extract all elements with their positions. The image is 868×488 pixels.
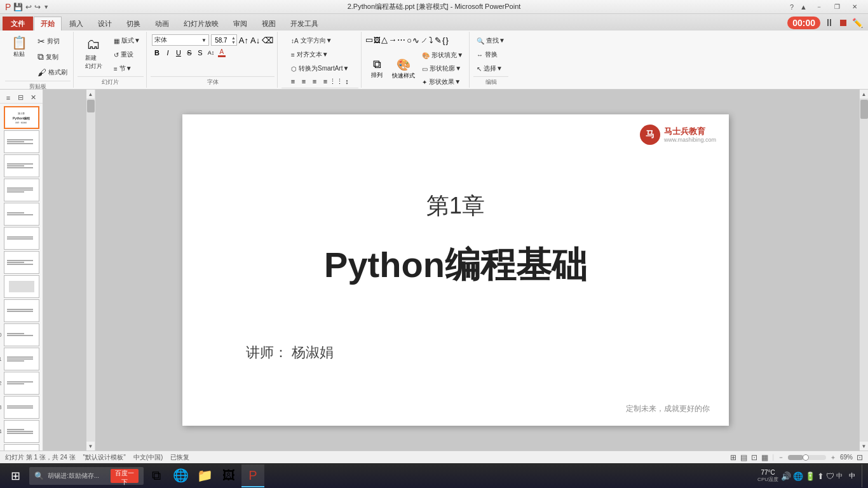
tray-keyboard-icon[interactable]: 中 [836,471,843,480]
tray-antivirus-icon[interactable]: 🛡 [826,471,834,481]
slide-thumb-6[interactable]: 6 [4,227,39,250]
tab-insert[interactable]: 插入 [62,17,90,30]
shape-oval-icon[interactable]: ○ [407,36,412,45]
slide-thumb-5[interactable]: 5 [4,203,39,226]
slide-thumb-4[interactable]: 4 [4,179,39,201]
slide-thumb-8[interactable]: 8 [4,275,39,298]
bold-button[interactable]: B [152,48,162,58]
fit-slide-icon[interactable]: ⊡ [857,453,863,462]
font-shrink-icon[interactable]: A↓ [250,36,260,45]
align-left-button[interactable]: ≡ [288,76,298,86]
shadow-button[interactable]: S [195,48,205,58]
minimize-button[interactable]: － [811,2,827,12]
slide-thumb-2[interactable]: 2 [4,130,39,153]
vscroll-thumb[interactable] [860,100,868,119]
slide-thumb-1[interactable]: 1 第1章 Python编程 讲师：杨淑娟 [4,106,39,129]
cut-button[interactable]: ✂ 剪切 [34,34,71,48]
char-spacing-button[interactable]: A↕ [206,48,216,58]
slide-canvas[interactable]: 马 马士兵教育 www.mashibing.com 第1章 Python编程基础… [182,114,729,426]
timer-stop-icon[interactable]: ⏹ [838,17,848,29]
panel-close-icon[interactable]: ✕ [31,93,36,102]
taskbar-app-powerpoint[interactable]: P [241,464,264,487]
shape-effects-button[interactable]: ✦ 形状效果▼ [419,76,466,88]
font-size-up[interactable]: ▲ [231,36,236,40]
restore-button[interactable]: ❐ [829,2,845,12]
font-size-input[interactable] [212,37,231,44]
scroll-thumb[interactable] [87,100,95,112]
tab-design[interactable]: 设计 [91,17,119,30]
shape-custom1-icon[interactable]: { [442,36,445,45]
quick-access-dropdown[interactable]: ▼ [43,4,49,10]
shape-freeform-icon[interactable]: ✎ [435,36,442,45]
scroll-down-btn[interactable]: ▼ [86,442,95,451]
slide-thumb-10[interactable]: 10 [4,323,39,346]
slide-main-title[interactable]: Python编程基础 [182,241,729,290]
align-text-button[interactable]: ≡ 对齐文本▼ [288,48,332,61]
slide-main[interactable]: ▲ ▼ 马 马士兵教育 www.mashibing.com 第1章 Python… [43,90,868,451]
replace-button[interactable]: ↔ 替换 [473,48,501,61]
columns-button[interactable]: ⋮⋮ [331,76,341,86]
taskbar-app-photos[interactable]: 🖼 [217,464,240,487]
font-grow-icon[interactable]: A↑ [239,36,248,45]
taskbar-clock[interactable]: 中 [845,471,859,480]
format-painter-button[interactable]: 🖌 格式刷 [34,65,71,79]
shape-pic-icon[interactable]: 🖼 [374,36,381,44]
shape-arrow-icon[interactable]: → [388,35,397,44]
save-icon[interactable]: 💾 [13,3,23,11]
panel-outline-icon[interactable]: ≡ [6,94,10,102]
find-button[interactable]: 🔍 查找▼ [473,34,508,47]
ribbon-toggle-icon[interactable]: ▲ [797,3,810,11]
shape-more-icon[interactable]: ⋯ [397,35,405,44]
taskbar-app-explorer[interactable]: 📁 [193,464,216,487]
font-color-button[interactable]: A [217,48,227,58]
quick-styles-button[interactable]: 🎨 快速样式 [390,58,417,80]
shape-connector-icon[interactable]: ⤵ [429,36,433,45]
new-slide-button[interactable]: 🗂 新建幻灯片 [78,34,109,72]
tray-volume-icon[interactable]: 🔊 [781,471,791,481]
arrange-button[interactable]: ⧉ 排列 [365,58,388,79]
italic-button[interactable]: I [163,48,173,58]
line-spacing-button[interactable]: ↕ [342,76,352,86]
slide-thumb-13[interactable]: 13 [4,396,39,419]
tab-transitions[interactable]: 切换 [119,17,147,30]
taskbar-app-edge[interactable]: 🌐 [169,464,192,487]
zoom-level[interactable]: 69% [840,454,853,461]
convert-smartart-button[interactable]: ⬡ 转换为SmartArt▼ [288,62,352,75]
zoom-in-icon[interactable]: ＋ [830,453,836,462]
clear-format-icon[interactable]: ⌫ [262,36,273,45]
slide-thumb-3[interactable]: 3 [4,154,39,177]
shape-triangle-icon[interactable]: △ [381,35,388,44]
slide-instructor[interactable]: 讲师： 杨淑娟 [246,343,334,362]
shape-custom2-icon[interactable]: } [445,36,448,45]
redo-icon[interactable]: ↪ [34,3,41,11]
zoom-slider-thumb[interactable] [803,454,809,461]
tray-network-icon[interactable]: 🌐 [793,471,803,481]
align-center-button[interactable]: ≡ [299,76,309,86]
font-size-down[interactable]: ▼ [231,40,236,44]
tab-home[interactable]: 开始 [34,17,62,30]
slide-thumb-14[interactable]: 14 [4,420,39,443]
layout-button[interactable]: ▦ 版式▼ [111,34,144,47]
view-outline-icon[interactable]: ▤ [740,453,747,462]
slide-thumb-7[interactable]: 7 [4,251,39,274]
vscroll-up-btn[interactable]: ▲ [860,90,869,98]
shape-line-icon[interactable]: ⟋ [420,36,428,45]
scroll-up-btn[interactable]: ▲ [86,90,95,98]
font-family-dropdown[interactable]: 宋体 ▼ [152,34,209,46]
strikethrough-button[interactable]: S [184,48,194,58]
slide-chapter[interactable]: 第1章 [182,191,729,222]
vscroll-down-btn[interactable]: ▼ [860,442,869,451]
tab-animations[interactable]: 动画 [148,17,176,30]
shape-rect-icon[interactable]: ▭ [365,35,373,44]
zoom-slider[interactable] [788,455,826,460]
select-button[interactable]: ↖ 选择▼ [473,62,506,75]
undo-icon[interactable]: ↩ [25,3,32,11]
slide-thumb-11[interactable]: 11 [4,348,39,370]
tab-file[interactable]: 文件 [3,17,33,30]
timer-display[interactable]: 00:00 [787,17,820,29]
view-normal-icon[interactable]: ⊞ [730,453,736,462]
paste-button[interactable]: 📋 粘贴 [5,34,33,60]
align-right-button[interactable]: ≡ [309,76,320,86]
timer-pause-icon[interactable]: ⏸ [824,17,834,29]
tab-slideshow[interactable]: 幻灯片放映 [177,17,226,30]
